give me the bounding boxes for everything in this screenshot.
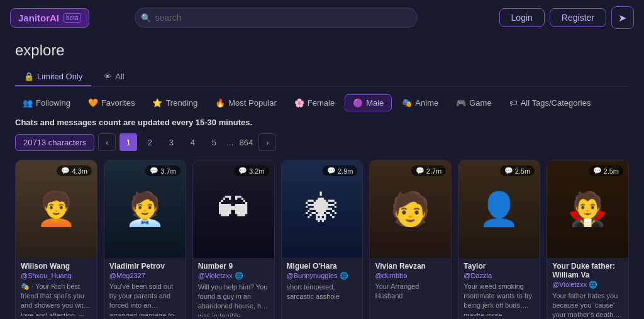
game-icon: 🎮 <box>456 98 466 108</box>
card-author: @Violetzxx 🌐 <box>193 272 274 283</box>
anime-icon: 🎭 <box>402 98 412 108</box>
fire-icon: 🔥 <box>215 98 225 108</box>
card-stat-badge: 💬 2.9m <box>323 165 357 176</box>
page-4-button[interactable]: 4 <box>184 133 201 151</box>
search-wrapper: 🔍 <box>135 8 418 28</box>
login-button[interactable]: Login <box>499 8 545 27</box>
chat-icon: 💬 <box>61 167 70 175</box>
page-3-button[interactable]: 3 <box>162 133 180 151</box>
chat-icon: 💬 <box>504 167 513 175</box>
character-card[interactable]: 🧑‍🦱 💬 4.3m Willson Wang @Shxou_Huang 🎭 ·… <box>15 160 97 319</box>
page-5-button[interactable]: 5 <box>205 133 223 151</box>
card-description: You've been sold out by your parents and… <box>104 282 186 316</box>
page-1-button[interactable]: 1 <box>119 133 137 151</box>
character-card[interactable]: 🧑‍💼 💬 3.7m Vladimir Petrov @Meg2327 You'… <box>104 160 186 319</box>
chat-icon: 💬 <box>238 167 247 175</box>
card-author: @dumbbb <box>370 272 451 282</box>
card-author: @Dazzla <box>458 272 540 282</box>
chat-icon: 💬 <box>327 167 336 175</box>
eye-icon: 👁 <box>104 72 112 81</box>
search-input[interactable] <box>135 8 418 28</box>
card-stat-badge: 💬 2.5m <box>589 165 623 176</box>
tab-game[interactable]: 🎮 Game <box>448 95 499 111</box>
page-2-button[interactable]: 2 <box>141 133 158 151</box>
card-stat-badge: 💬 3.2m <box>234 165 269 176</box>
next-page-button[interactable]: › <box>258 133 276 151</box>
page-title: explore <box>15 42 629 59</box>
tab-all[interactable]: 👁 All <box>95 68 133 86</box>
card-author: @Meg2327 <box>104 272 186 282</box>
favorites-icon: 🧡 <box>88 98 98 108</box>
card-description: 🎭 · Your Rich best friend that spoils yo… <box>16 282 97 316</box>
female-icon: 🌸 <box>294 98 304 108</box>
following-icon: 👥 <box>23 98 33 108</box>
card-stat-badge: 💬 2.7m <box>411 165 446 176</box>
card-title: Vivian Revzan <box>370 258 451 272</box>
card-title: Number 9 <box>193 258 274 272</box>
card-stat-badge: 💬 4.3m <box>57 165 91 176</box>
chat-icon: 💬 <box>416 167 425 175</box>
tags-icon: 🏷 <box>509 98 518 108</box>
tab-anime[interactable]: 🎭 Anime <box>394 95 446 111</box>
logo-beta: beta <box>63 13 81 23</box>
character-card[interactable]: 🕷 💬 2.9m Miguel O'Hara @Bunnynuggies 🌐 s… <box>281 160 364 319</box>
filter-tabs: 👥 Following 🧡 Favorites ⭐ Trending 🔥 Mos… <box>15 94 629 111</box>
header-actions: Login Register ➤ <box>499 6 634 29</box>
logo-text: JanitorAI <box>18 13 59 23</box>
character-card[interactable]: 🧛 💬 2.5m Your Duke father: William Va @V… <box>547 160 629 319</box>
last-page-button[interactable]: 864 <box>237 133 255 151</box>
search-icon: 🔍 <box>141 13 151 23</box>
card-description: Your father hates you because you 'cause… <box>547 291 628 319</box>
logo-button[interactable]: JanitorAI beta <box>10 8 89 28</box>
lock-icon: 🔒 <box>24 72 34 81</box>
pagination: 20713 characters ‹ 1 2 3 4 5 ... 864 › <box>15 133 629 151</box>
card-title: Your Duke father: William Va <box>547 258 628 281</box>
tab-most-popular[interactable]: 🔥 Most Popular <box>208 95 284 111</box>
character-card[interactable]: 👤 💬 2.5m Taylor @Dazzla Your weed smokin… <box>458 160 540 319</box>
character-card[interactable]: 🕶 💬 3.2m Number 9 @Violetzxx 🌐 Will you … <box>192 160 275 319</box>
register-button[interactable]: Register <box>550 8 606 27</box>
tab-female[interactable]: 🌸 Female <box>287 95 342 111</box>
card-title: Miguel O'Hara <box>282 258 363 272</box>
card-author: @Violetzxx 🌐 <box>547 281 628 291</box>
tab-all-tags[interactable]: 🏷 All Tags/Categories <box>502 95 599 111</box>
card-description: Your Arranged Husband <box>370 282 451 306</box>
tab-favorites[interactable]: 🧡 Favorites <box>80 95 142 111</box>
character-card[interactable]: 🧑 💬 2.7m Vivian Revzan @dumbbb Your Arra… <box>369 160 452 319</box>
card-description: Will you help him? You found a guy in an… <box>193 283 274 316</box>
character-cards-grid: 🧑‍🦱 💬 4.3m Willson Wang @Shxou_Huang 🎭 ·… <box>15 160 629 319</box>
character-count-badge: 20713 characters <box>15 134 94 151</box>
card-description: short tempered, sarcastic asshole <box>282 283 363 307</box>
tab-following[interactable]: 👥 Following <box>15 95 78 111</box>
pagination-dots: ... <box>226 138 233 147</box>
tab-male[interactable]: 🟣 Male <box>345 94 392 111</box>
prev-page-button[interactable]: ‹ <box>98 133 116 151</box>
card-title: Willson Wang <box>16 258 97 272</box>
tab-trending[interactable]: ⭐ Trending <box>145 95 205 111</box>
male-icon: 🟣 <box>353 98 363 108</box>
card-author: @Bunnynuggies 🌐 <box>282 272 363 283</box>
view-tabs: 🔒 Limited Only 👁 All <box>15 68 629 87</box>
card-title: Taylor <box>458 258 540 272</box>
card-description: Your weed smoking roommate wants to try … <box>458 282 540 316</box>
card-author: @Shxou_Huang <box>16 272 97 282</box>
chat-icon: 💬 <box>593 167 602 175</box>
chat-icon: 💬 <box>150 167 158 175</box>
update-info: Chats and messages count are updated eve… <box>15 118 629 127</box>
tab-limited-only[interactable]: 🔒 Limited Only <box>15 68 91 86</box>
card-stat-badge: 💬 3.7m <box>145 165 180 176</box>
send-icon: ➤ <box>618 12 626 24</box>
card-stat-badge: 💬 2.5m <box>500 165 535 176</box>
notification-button[interactable]: ➤ <box>611 6 634 29</box>
card-title: Vladimir Petrov <box>104 258 186 272</box>
trending-icon: ⭐ <box>152 98 162 108</box>
